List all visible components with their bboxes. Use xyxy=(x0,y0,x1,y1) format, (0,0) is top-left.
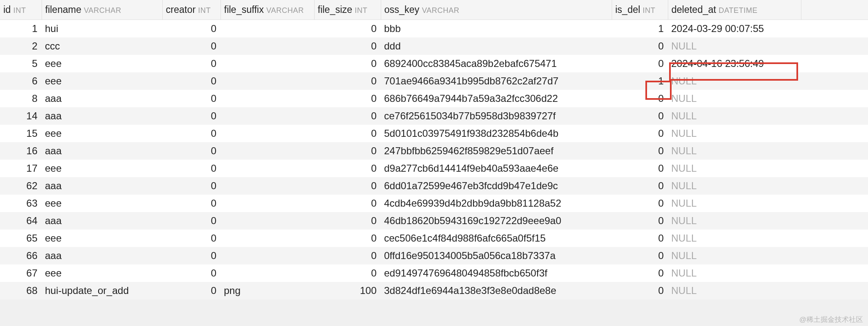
cell-creator[interactable]: 0 xyxy=(162,72,221,90)
cell-is_del[interactable]: 0 xyxy=(612,160,668,177)
column-header-id[interactable]: idINT xyxy=(0,0,42,20)
cell-creator[interactable]: 0 xyxy=(162,195,221,212)
cell-oss_key[interactable]: bbb xyxy=(381,20,612,37)
cell-oss_key[interactable]: 247bbfbb6259462f859829e51d07aeef xyxy=(381,142,612,160)
cell-file_size[interactable]: 0 xyxy=(314,107,381,125)
cell-deleted_at[interactable]: NULL xyxy=(668,282,801,299)
cell-id[interactable]: 8 xyxy=(0,90,42,107)
cell-oss_key[interactable]: ce76f25615034b77b5958d3b9839727f xyxy=(381,107,612,125)
column-header-file_size[interactable]: file_sizeINT xyxy=(314,0,381,20)
cell-filename[interactable]: eee xyxy=(42,264,162,282)
cell-creator[interactable]: 0 xyxy=(162,107,221,125)
column-header-oss_key[interactable]: oss_keyVARCHAR xyxy=(381,0,612,20)
cell-file_size[interactable]: 0 xyxy=(314,264,381,282)
cell-is_del[interactable]: 0 xyxy=(612,230,668,247)
cell-filename[interactable]: hui xyxy=(42,20,162,37)
cell-deleted_at[interactable]: NULL xyxy=(668,90,801,107)
cell-creator[interactable]: 0 xyxy=(162,282,221,299)
cell-file_size[interactable]: 0 xyxy=(314,177,381,195)
cell-file_suffix[interactable] xyxy=(221,247,314,264)
cell-deleted_at[interactable]: NULL xyxy=(668,37,801,55)
cell-creator[interactable]: 0 xyxy=(162,55,221,72)
cell-file_suffix[interactable] xyxy=(221,212,314,230)
cell-deleted_at[interactable]: NULL xyxy=(668,160,801,177)
cell-file_suffix[interactable] xyxy=(221,195,314,212)
cell-id[interactable]: 1 xyxy=(0,20,42,37)
cell-oss_key[interactable]: d9a277cb6d14414f9eb40a593aae4e6e xyxy=(381,160,612,177)
cell-is_del[interactable]: 0 xyxy=(612,107,668,125)
cell-creator[interactable]: 0 xyxy=(162,20,221,37)
cell-is_del[interactable]: 0 xyxy=(612,55,668,72)
cell-creator[interactable]: 0 xyxy=(162,247,221,264)
cell-is_del[interactable]: 0 xyxy=(612,264,668,282)
column-header-is_del[interactable]: is_delINT xyxy=(612,0,668,20)
cell-file_suffix[interactable] xyxy=(221,37,314,55)
cell-is_del[interactable]: 0 xyxy=(612,212,668,230)
table-row[interactable]: 67eee00ed9149747696480494858fbcb650f3f0N… xyxy=(0,264,868,282)
cell-file_suffix[interactable] xyxy=(221,125,314,142)
cell-creator[interactable]: 0 xyxy=(162,230,221,247)
table-row[interactable]: 64aaa0046db18620b5943169c192722d9eee9a00… xyxy=(0,212,868,230)
cell-file_size[interactable]: 0 xyxy=(314,90,381,107)
cell-id[interactable]: 66 xyxy=(0,247,42,264)
cell-filename[interactable]: eee xyxy=(42,72,162,90)
cell-filename[interactable]: hui-update_or_add xyxy=(42,282,162,299)
cell-file_size[interactable]: 0 xyxy=(314,142,381,160)
cell-file_suffix[interactable]: png xyxy=(221,282,314,299)
cell-is_del[interactable]: 0 xyxy=(612,90,668,107)
column-header-deleted_at[interactable]: deleted_atDATETIME xyxy=(668,0,801,20)
cell-file_size[interactable]: 0 xyxy=(314,230,381,247)
cell-creator[interactable]: 0 xyxy=(162,37,221,55)
cell-file_size[interactable]: 0 xyxy=(314,212,381,230)
cell-creator[interactable]: 0 xyxy=(162,177,221,195)
cell-is_del[interactable]: 1 xyxy=(612,72,668,90)
cell-is_del[interactable]: 0 xyxy=(612,247,668,264)
cell-filename[interactable]: eee xyxy=(42,230,162,247)
cell-file_size[interactable]: 0 xyxy=(314,160,381,177)
cell-oss_key[interactable]: 46db18620b5943169c192722d9eee9a0 xyxy=(381,212,612,230)
cell-is_del[interactable]: 0 xyxy=(612,142,668,160)
cell-oss_key[interactable]: 3d824df1e6944a138e3f3e8e0dad8e8e xyxy=(381,282,612,299)
cell-filename[interactable]: aaa xyxy=(42,107,162,125)
cell-oss_key[interactable]: 6dd01a72599e467eb3fcdd9b47e1de9c xyxy=(381,177,612,195)
cell-file_suffix[interactable] xyxy=(221,160,314,177)
cell-oss_key[interactable]: 5d0101c03975491f938d232854b6de4b xyxy=(381,125,612,142)
cell-file_size[interactable]: 0 xyxy=(314,55,381,72)
table-row[interactable]: 62aaa006dd01a72599e467eb3fcdd9b47e1de9c0… xyxy=(0,177,868,195)
cell-filename[interactable]: aaa xyxy=(42,247,162,264)
cell-oss_key[interactable]: 0ffd16e950134005b5a056ca18b7337a xyxy=(381,247,612,264)
cell-oss_key[interactable]: cec506e1c4f84d988f6afc665a0f5f15 xyxy=(381,230,612,247)
cell-id[interactable]: 62 xyxy=(0,177,42,195)
cell-oss_key[interactable]: 4cdb4e69939d4b2dbb9da9bb81128a52 xyxy=(381,195,612,212)
cell-is_del[interactable]: 0 xyxy=(612,195,668,212)
cell-file_size[interactable]: 0 xyxy=(314,195,381,212)
cell-file_suffix[interactable] xyxy=(221,20,314,37)
cell-is_del[interactable]: 0 xyxy=(612,37,668,55)
cell-file_suffix[interactable] xyxy=(221,72,314,90)
cell-file_size[interactable]: 100 xyxy=(314,282,381,299)
table-row[interactable]: 65eee00cec506e1c4f84d988f6afc665a0f5f150… xyxy=(0,230,868,247)
cell-is_del[interactable]: 0 xyxy=(612,177,668,195)
cell-deleted_at[interactable]: NULL xyxy=(668,72,801,90)
cell-is_del[interactable]: 1 xyxy=(612,20,668,37)
cell-file_suffix[interactable] xyxy=(221,90,314,107)
cell-deleted_at[interactable]: NULL xyxy=(668,264,801,282)
cell-deleted_at[interactable]: NULL xyxy=(668,142,801,160)
cell-id[interactable]: 68 xyxy=(0,282,42,299)
cell-deleted_at[interactable]: NULL xyxy=(668,212,801,230)
cell-file_suffix[interactable] xyxy=(221,264,314,282)
cell-oss_key[interactable]: ed9149747696480494858fbcb650f3f xyxy=(381,264,612,282)
cell-id[interactable]: 17 xyxy=(0,160,42,177)
cell-file_suffix[interactable] xyxy=(221,230,314,247)
table-row[interactable]: 5eee006892400cc83845aca89b2ebafc67547102… xyxy=(0,55,868,72)
cell-creator[interactable]: 0 xyxy=(162,125,221,142)
cell-oss_key[interactable]: 6892400cc83845aca89b2ebafc675471 xyxy=(381,55,612,72)
cell-deleted_at[interactable]: NULL xyxy=(668,247,801,264)
cell-creator[interactable]: 0 xyxy=(162,160,221,177)
cell-id[interactable]: 14 xyxy=(0,107,42,125)
cell-deleted_at[interactable]: NULL xyxy=(668,107,801,125)
cell-filename[interactable]: aaa xyxy=(42,177,162,195)
cell-filename[interactable]: aaa xyxy=(42,212,162,230)
table-row[interactable]: 66aaa000ffd16e950134005b5a056ca18b7337a0… xyxy=(0,247,868,264)
cell-filename[interactable]: eee xyxy=(42,195,162,212)
